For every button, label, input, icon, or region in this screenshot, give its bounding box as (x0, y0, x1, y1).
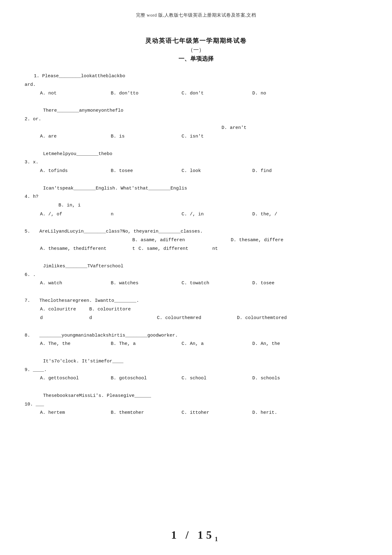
option-6d: D. tosee (252, 279, 323, 288)
question-2-options: D. aren't (25, 124, 367, 133)
option-2b: B. is (111, 132, 182, 141)
main-title: 灵动英语七年级第一学期期终试卷 (25, 37, 367, 45)
question-1-text: 1. Please________lookattheblackbo (25, 72, 367, 81)
question-9-text: It's7o'clock. It'stimefor____ (25, 357, 367, 366)
question-7-options2: d d C. colourthemred D. colourthemtored (25, 314, 367, 323)
question-7-text: 7. Theclothesaregreen. Iwantto________. (25, 297, 367, 305)
option-1a: A. not (40, 89, 111, 98)
option-1b: B. don'tto (111, 89, 182, 98)
option-7a1: A. colouritre (40, 305, 89, 314)
total-pages: 151 (198, 529, 221, 541)
option-3d: D. find (252, 167, 323, 176)
option-5a: A. thesame, thedifferent (40, 245, 132, 254)
option-6c: C. towatch (182, 279, 252, 288)
option-5c: C. same, different (138, 245, 212, 254)
question-1: 1. Please________lookattheblackbo ard. A… (25, 72, 367, 98)
option-4d: D. the, / (252, 210, 323, 219)
option-7a2: d (40, 314, 89, 323)
question-9: It's7o'clock. It'stimefor____ 9. ____. A… (25, 357, 367, 383)
question-6-text: Jimlikes________TVafterschool (25, 262, 367, 271)
option-5-blank2 (215, 236, 231, 245)
option-2a: A. are (40, 132, 111, 141)
doc-title: 灵动英语七年级第一学期期终试卷 （一） 一、单项选择 (25, 37, 367, 63)
question-5-text: 5. AreLilyandLucyin________class?No, the… (25, 227, 367, 236)
option-9a: A. gettoschool (40, 374, 111, 383)
option-10a: A. hertem (40, 409, 111, 417)
question-7: 7. Theclothesaregreen. Iwantto________. … (25, 297, 367, 323)
page-number: 1 (171, 529, 180, 541)
question-4-line2: 4. h? (25, 193, 367, 201)
option-10d: D. herit. (252, 409, 323, 417)
option-4a: A. /, of (40, 210, 111, 219)
question-10-text: ThesebooksareMissLi's. Pleasegive______ (25, 392, 367, 400)
option-4b2: n (111, 210, 182, 219)
question-5: 5. AreLilyandLucyin________class?No, the… (25, 227, 367, 254)
option-10c: C. ittoher (182, 409, 252, 417)
option-6a: A. watch (40, 279, 111, 288)
option-8a: A. The, the (40, 340, 111, 349)
option-8c: C. An, a (182, 340, 252, 349)
option-3c: C. look (182, 167, 252, 176)
question-9-line2: 9. ____. (25, 366, 367, 374)
question-3-line2: 3. x. (25, 158, 367, 167)
question-9-options: A. gettoschool B. gotoschool C. school D… (25, 374, 367, 383)
question-5-options2: A. thesame, thedifferent t C. same, diff… (25, 245, 367, 254)
page-footer: 1 / 151 (0, 529, 392, 543)
question-8-options: A. The, the B. The, a C. An, a D. An, th… (25, 340, 367, 349)
option-9d: D. schools (252, 374, 323, 383)
question-2-options2: A. are B. is C. isn't (25, 132, 367, 141)
option-4c: C. /, in (182, 210, 252, 219)
footer-separator: / (186, 529, 198, 541)
page: 完整 word 版,人教版七年级英语上册期末试卷及答案,文档 灵动英语七年级第一… (0, 0, 392, 555)
option-5dt: nt (212, 245, 218, 254)
option-8b: B. The, a (111, 340, 182, 349)
question-4: Ican'tspeak________English. What'sthat__… (25, 184, 367, 219)
section-title: 一、单项选择 (25, 55, 367, 63)
option-7d: D. colourthemtored (237, 314, 287, 323)
question-1-text-cont: ard. (25, 81, 367, 89)
option-3a: A. tofinds (40, 167, 111, 176)
option-1d: D. no (252, 89, 323, 98)
option-8d: D. An, the (252, 340, 323, 349)
question-7-options: A. colouritre B. colourittore (25, 305, 367, 314)
question-4-options: B. in, i (25, 201, 367, 210)
question-10-line2: 10. ___ (25, 400, 367, 409)
question-1-options: A. not B. don'tto C. don't D. no (25, 89, 367, 98)
question-6: Jimlikes________TVafterschool 6. . A. wa… (25, 262, 367, 288)
option-5-blank (40, 236, 132, 245)
question-5-options: B. asame, adifferen D. thesame, differe (25, 236, 367, 245)
question-2-text: There________anymoneyontheflo (25, 106, 367, 115)
question-2-line2: 2. or. (25, 115, 367, 124)
question-2: There________anymoneyontheflo 2. or. D. … (25, 106, 367, 141)
sub-title: （一） (25, 46, 367, 54)
option-3b: B. tosee (111, 167, 182, 176)
question-6-options: A. watch B. watches C. towatch D. tosee (25, 279, 367, 288)
question-4-options2: A. /, of n C. /, in D. the, / (25, 210, 367, 219)
option-5d: D. thesame, differe (231, 236, 283, 245)
option-6b: B. watches (111, 279, 182, 288)
option-2d: D. aren't (222, 124, 292, 133)
question-6-line2: 6. . (25, 271, 367, 279)
option-7c: C. colourthemred (157, 314, 237, 323)
option-10b: B. themtoher (111, 409, 182, 417)
question-3-text: Letmehelpyou________thebo (25, 150, 367, 158)
option-4b: B. in, i (58, 201, 129, 210)
question-10-options: A. hertem B. themtoher C. ittoher D. her… (25, 409, 367, 417)
option-9c: C. school (182, 374, 252, 383)
question-8-text: 8. ________youngmaninablackshirtis______… (25, 331, 367, 340)
option-1c: C. don't (182, 89, 252, 98)
question-8: 8. ________youngmaninablackshirtis______… (25, 331, 367, 349)
option-7b1: B. colourittore (89, 305, 157, 314)
question-3: Letmehelpyou________thebo 3. x. A. tofin… (25, 150, 367, 176)
question-4-text: Ican'tspeak________English. What'sthat__… (25, 184, 367, 193)
question-3-options: A. tofinds B. tosee C. look D. find (25, 167, 367, 176)
option-7b2: d (89, 314, 157, 323)
header-title: 完整 word 版,人教版七年级英语上册期末试卷及答案,文档 (25, 12, 367, 18)
question-10: ThesebooksareMissLi's. Pleasegive______ … (25, 392, 367, 417)
option-5b: B. asame, adifferen (132, 236, 215, 245)
option-9b: B. gotoschool (111, 374, 182, 383)
option-5bt: t (132, 245, 138, 254)
option-2c: C. isn't (182, 132, 252, 141)
